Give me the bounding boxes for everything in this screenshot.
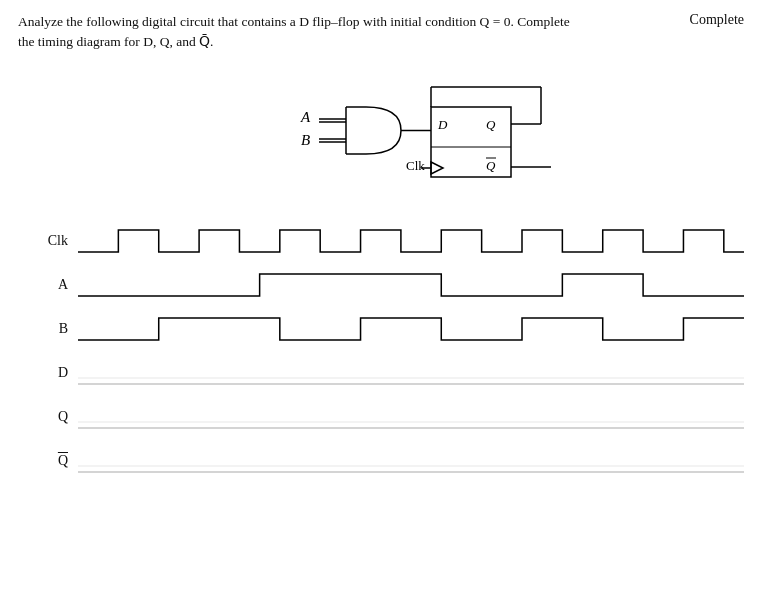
d-signal <box>78 354 744 392</box>
d-label: D <box>28 365 78 381</box>
page-container: Analyze the following digital circuit th… <box>0 0 762 603</box>
clk-label: Clk <box>28 233 78 249</box>
b-label: B <box>28 321 78 337</box>
a-row: A <box>28 266 744 304</box>
b-signal <box>78 310 744 348</box>
timing-area: Clk A B <box>18 222 744 480</box>
q-label: Q <box>28 409 78 425</box>
complete-button-area[interactable]: Complete <box>690 12 744 28</box>
problem-text: Analyze the following digital circuit th… <box>18 12 744 53</box>
svg-text:Clk: Clk <box>406 158 425 173</box>
b-row: B <box>28 310 744 348</box>
qbar-row: Q <box>28 442 744 480</box>
qbar-label-text: Q <box>58 453 68 468</box>
circuit-diagram: A B D Q Q <box>18 67 744 212</box>
clk-signal <box>78 222 744 260</box>
complete-button[interactable]: Complete <box>690 12 744 28</box>
a-label: A <box>28 277 78 293</box>
svg-text:B: B <box>301 132 310 148</box>
q-signal <box>78 398 744 436</box>
svg-text:A: A <box>300 109 311 125</box>
a-signal <box>78 266 744 304</box>
circuit-svg: A B D Q Q <box>191 67 571 212</box>
svg-text:D: D <box>437 117 448 132</box>
q-row: Q <box>28 398 744 436</box>
qbar-label: Q <box>28 453 78 469</box>
svg-text:Q: Q <box>486 158 496 173</box>
problem-line2: the timing diagram for D, Q, and Q̄. <box>18 34 213 49</box>
qbar-signal <box>78 442 744 480</box>
clk-row: Clk <box>28 222 744 260</box>
problem-line1: Analyze the following digital circuit th… <box>18 14 570 29</box>
svg-text:Q: Q <box>486 117 496 132</box>
d-row: D <box>28 354 744 392</box>
